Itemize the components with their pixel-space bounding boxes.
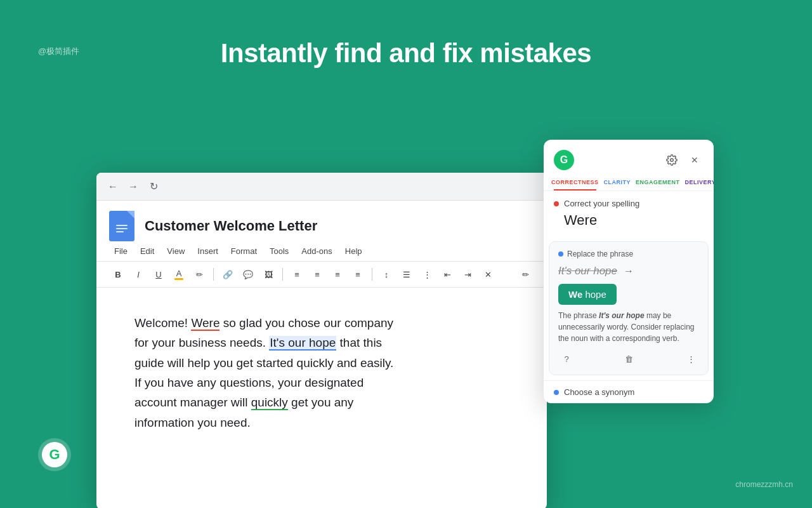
docs-file-icon <box>109 211 134 241</box>
align-right-button[interactable]: ≡ <box>329 265 346 283</box>
align-center-button[interactable]: ≡ <box>308 265 326 283</box>
menu-file[interactable]: File <box>109 244 133 258</box>
highlight-button[interactable]: ✏ <box>190 265 208 283</box>
help-icon[interactable]: ? <box>558 351 575 367</box>
replace-row: It's our hope → <box>558 265 699 277</box>
docs-header: Customer Welcome Letter <box>96 201 547 241</box>
explanation-phrase: It's our hope <box>599 311 645 320</box>
menu-insert[interactable]: Insert <box>192 244 223 258</box>
replace-label: Replace the phrase <box>558 250 699 258</box>
synonym-label: Choose a synonym <box>564 387 634 397</box>
spelling-label: Correct your spelling <box>564 199 639 208</box>
document-title: Customer Welcome Letter <box>145 218 317 234</box>
toolbar-divider <box>282 268 283 281</box>
content-welcome: Welcome! <box>134 316 191 330</box>
content-after-were: so glad you chose our company <box>219 316 393 330</box>
italic-button[interactable]: I <box>129 265 147 283</box>
content-that: that this <box>336 336 382 349</box>
image-button[interactable]: 🖼 <box>259 265 277 283</box>
misspelled-were: Were <box>191 316 219 330</box>
numbered-list-button[interactable]: ⋮ <box>418 265 436 283</box>
close-icon[interactable]: ✕ <box>686 151 704 169</box>
suggestion-rest: hope <box>582 289 606 300</box>
docs-toolbar: B I U A ✏ 🔗 💬 🖼 ≡ ≡ ≡ ≡ ↕ ☰ ⋮ ⇤ ⇥ ✕ ✏ <box>96 261 547 288</box>
tab-delivery[interactable]: DELIVERY <box>683 175 714 190</box>
icon-line <box>116 228 128 229</box>
explanation-text: The phrase It's our hope may be unnecess… <box>558 310 699 344</box>
docs-icon-decoration <box>116 225 128 232</box>
watermark-label: @极简插件 <box>38 46 79 57</box>
panel-header: G ✕ <box>544 140 714 175</box>
settings-icon[interactable] <box>663 151 681 169</box>
replace-card: Replace the phrase It's our hope → We ho… <box>549 241 709 375</box>
replace-label-text: Replace the phrase <box>567 250 633 258</box>
list-button[interactable]: ☰ <box>398 265 416 283</box>
arrow-icon: → <box>624 265 634 277</box>
icon-line <box>116 225 128 226</box>
menu-help[interactable]: Help <box>340 244 367 258</box>
synonym-section: Choose a synonym <box>544 380 714 403</box>
panel-tabs: CORRECTNESS CLARITY ENGAGEMENT DELIVERY <box>544 175 714 191</box>
menu-edit[interactable]: Edit <box>135 244 159 258</box>
forward-button[interactable]: → <box>127 180 140 193</box>
docs-window: ← → ↻ Customer Welcome Letter File Edit … <box>96 173 547 508</box>
grammarly-panel: G ✕ CORRECTNESS CLARITY ENGAGEMENT DELIV… <box>544 140 714 403</box>
explanation-start: The phrase <box>558 311 599 320</box>
text-color-button[interactable]: A <box>170 265 188 283</box>
blue-dot <box>558 251 563 257</box>
spelling-section: Correct your spelling Were <box>544 191 714 236</box>
line-spacing-button[interactable]: ↕ <box>377 265 395 283</box>
section-header: Correct your spelling <box>554 199 704 208</box>
link-button[interactable]: 🔗 <box>219 265 237 283</box>
page-title: Instantly find and fix mistakes <box>0 0 812 69</box>
wordy-phrase: It's our hope <box>269 336 336 351</box>
document-content: Welcome! Were so glad you chose our comp… <box>96 288 547 458</box>
content-info: information you need. <box>134 416 251 429</box>
indent-increase-button[interactable]: ⇥ <box>459 265 476 283</box>
tab-clarity[interactable]: CLARITY <box>601 175 634 190</box>
align-left-button[interactable]: ≡ <box>288 265 306 283</box>
suggestion-button[interactable]: We hope <box>558 284 617 305</box>
toolbar-divider <box>213 268 214 281</box>
edit-icon[interactable]: ✏ <box>516 265 534 283</box>
delete-icon[interactable]: 🗑 <box>620 351 637 367</box>
suggestion-we: We <box>568 289 582 300</box>
content-for: for your business needs. <box>134 336 269 349</box>
content-get: get you any <box>288 396 354 409</box>
tab-engagement[interactable]: ENGAGEMENT <box>633 175 683 190</box>
icon-line <box>116 231 124 232</box>
panel-header-icons: ✕ <box>663 151 704 169</box>
menu-format[interactable]: Format <box>226 244 262 258</box>
blue-dot-2 <box>554 390 559 395</box>
menu-view[interactable]: View <box>162 244 190 258</box>
red-dot <box>554 201 559 206</box>
svg-point-0 <box>671 159 674 162</box>
docs-menu-bar: File Edit View Insert Format Tools Add-o… <box>96 241 547 261</box>
original-phrase: It's our hope <box>558 265 617 277</box>
indent-decrease-button[interactable]: ⇤ <box>438 265 456 283</box>
comment-button[interactable]: 💬 <box>239 265 257 283</box>
tab-correctness[interactable]: CORRECTNESS <box>549 175 601 190</box>
g-letter: G <box>42 442 67 467</box>
grammarly-g-logo: G <box>38 438 71 471</box>
align-justify-button[interactable]: ≡ <box>349 265 367 283</box>
grammarly-logo: G <box>554 150 574 170</box>
back-button[interactable]: ← <box>107 180 119 193</box>
refresh-button[interactable]: ↻ <box>147 180 160 193</box>
underline-button[interactable]: U <box>150 265 167 283</box>
card-footer: ? 🗑 ⋮ <box>558 351 699 367</box>
content-guide: guide will help you get started quickly … <box>134 356 393 370</box>
watermark2-label: chromezzzmh.cn <box>735 480 793 489</box>
content-if: If you have any questions, your designat… <box>134 376 363 389</box>
misspelled-word: Were <box>564 212 704 229</box>
style-quickly: quickly <box>251 396 288 409</box>
more-icon[interactable]: ⋮ <box>683 351 699 367</box>
bold-button[interactable]: B <box>109 265 127 283</box>
docs-titlebar: ← → ↻ <box>96 173 547 201</box>
clear-format-button[interactable]: ✕ <box>479 265 497 283</box>
menu-tools[interactable]: Tools <box>265 244 294 258</box>
toolbar-divider <box>372 268 372 281</box>
content-account: account manager will <box>134 396 251 409</box>
menu-addons[interactable]: Add-ons <box>296 244 337 258</box>
